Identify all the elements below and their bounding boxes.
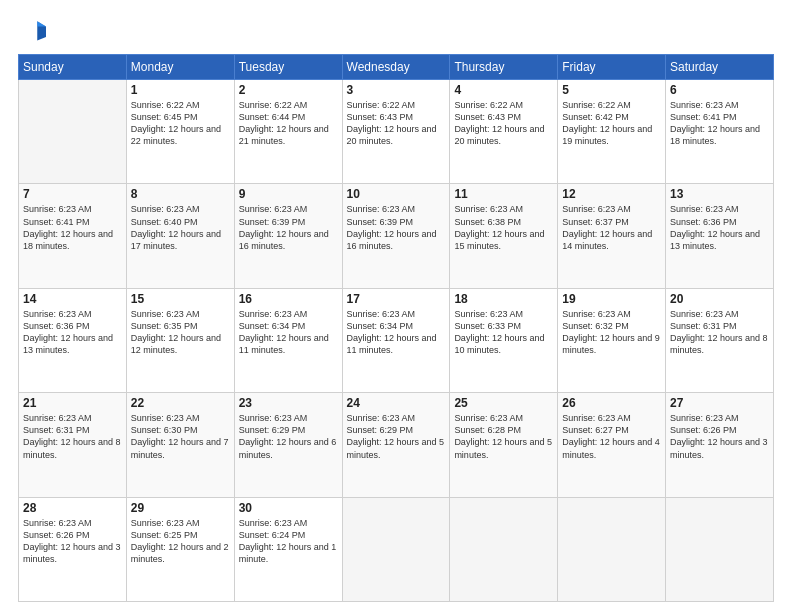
day-number: 26	[562, 396, 661, 410]
day-info: Sunrise: 6:23 AMSunset: 6:37 PMDaylight:…	[562, 203, 661, 252]
svg-marker-1	[37, 21, 46, 26]
day-number: 20	[670, 292, 769, 306]
day-info: Sunrise: 6:23 AMSunset: 6:35 PMDaylight:…	[131, 308, 230, 357]
calendar-day-header: Saturday	[666, 55, 774, 80]
day-number: 30	[239, 501, 338, 515]
calendar-cell: 19Sunrise: 6:23 AMSunset: 6:32 PMDayligh…	[558, 288, 666, 392]
calendar-cell: 27Sunrise: 6:23 AMSunset: 6:26 PMDayligh…	[666, 393, 774, 497]
calendar-cell: 23Sunrise: 6:23 AMSunset: 6:29 PMDayligh…	[234, 393, 342, 497]
logo	[18, 16, 50, 44]
calendar-week-row: 14Sunrise: 6:23 AMSunset: 6:36 PMDayligh…	[19, 288, 774, 392]
day-info: Sunrise: 6:23 AMSunset: 6:29 PMDaylight:…	[347, 412, 446, 461]
day-number: 17	[347, 292, 446, 306]
calendar-week-row: 7Sunrise: 6:23 AMSunset: 6:41 PMDaylight…	[19, 184, 774, 288]
calendar-cell: 24Sunrise: 6:23 AMSunset: 6:29 PMDayligh…	[342, 393, 450, 497]
day-number: 18	[454, 292, 553, 306]
calendar-day-header: Wednesday	[342, 55, 450, 80]
day-info: Sunrise: 6:22 AMSunset: 6:42 PMDaylight:…	[562, 99, 661, 148]
day-info: Sunrise: 6:23 AMSunset: 6:31 PMDaylight:…	[23, 412, 122, 461]
day-number: 5	[562, 83, 661, 97]
day-number: 25	[454, 396, 553, 410]
day-number: 12	[562, 187, 661, 201]
day-info: Sunrise: 6:23 AMSunset: 6:31 PMDaylight:…	[670, 308, 769, 357]
day-number: 27	[670, 396, 769, 410]
day-number: 1	[131, 83, 230, 97]
calendar-cell: 9Sunrise: 6:23 AMSunset: 6:39 PMDaylight…	[234, 184, 342, 288]
day-info: Sunrise: 6:23 AMSunset: 6:29 PMDaylight:…	[239, 412, 338, 461]
day-number: 4	[454, 83, 553, 97]
day-info: Sunrise: 6:23 AMSunset: 6:30 PMDaylight:…	[131, 412, 230, 461]
day-info: Sunrise: 6:22 AMSunset: 6:43 PMDaylight:…	[454, 99, 553, 148]
day-number: 21	[23, 396, 122, 410]
calendar-day-header: Sunday	[19, 55, 127, 80]
calendar-cell: 4Sunrise: 6:22 AMSunset: 6:43 PMDaylight…	[450, 80, 558, 184]
calendar-cell: 15Sunrise: 6:23 AMSunset: 6:35 PMDayligh…	[126, 288, 234, 392]
day-number: 24	[347, 396, 446, 410]
calendar-week-row: 28Sunrise: 6:23 AMSunset: 6:26 PMDayligh…	[19, 497, 774, 601]
day-info: Sunrise: 6:23 AMSunset: 6:40 PMDaylight:…	[131, 203, 230, 252]
calendar-cell: 30Sunrise: 6:23 AMSunset: 6:24 PMDayligh…	[234, 497, 342, 601]
calendar-cell: 26Sunrise: 6:23 AMSunset: 6:27 PMDayligh…	[558, 393, 666, 497]
calendar-cell: 10Sunrise: 6:23 AMSunset: 6:39 PMDayligh…	[342, 184, 450, 288]
day-info: Sunrise: 6:23 AMSunset: 6:41 PMDaylight:…	[670, 99, 769, 148]
day-number: 9	[239, 187, 338, 201]
day-number: 14	[23, 292, 122, 306]
calendar-cell: 8Sunrise: 6:23 AMSunset: 6:40 PMDaylight…	[126, 184, 234, 288]
calendar-day-header: Monday	[126, 55, 234, 80]
day-info: Sunrise: 6:23 AMSunset: 6:34 PMDaylight:…	[239, 308, 338, 357]
day-info: Sunrise: 6:23 AMSunset: 6:28 PMDaylight:…	[454, 412, 553, 461]
calendar-week-row: 21Sunrise: 6:23 AMSunset: 6:31 PMDayligh…	[19, 393, 774, 497]
calendar-cell: 2Sunrise: 6:22 AMSunset: 6:44 PMDaylight…	[234, 80, 342, 184]
calendar-cell	[450, 497, 558, 601]
calendar-cell: 7Sunrise: 6:23 AMSunset: 6:41 PMDaylight…	[19, 184, 127, 288]
day-number: 6	[670, 83, 769, 97]
day-number: 10	[347, 187, 446, 201]
day-number: 23	[239, 396, 338, 410]
calendar-cell: 11Sunrise: 6:23 AMSunset: 6:38 PMDayligh…	[450, 184, 558, 288]
day-info: Sunrise: 6:23 AMSunset: 6:26 PMDaylight:…	[23, 517, 122, 566]
calendar-cell: 28Sunrise: 6:23 AMSunset: 6:26 PMDayligh…	[19, 497, 127, 601]
day-number: 28	[23, 501, 122, 515]
calendar-cell: 14Sunrise: 6:23 AMSunset: 6:36 PMDayligh…	[19, 288, 127, 392]
calendar-cell	[558, 497, 666, 601]
page: SundayMondayTuesdayWednesdayThursdayFrid…	[0, 0, 792, 612]
calendar-cell	[19, 80, 127, 184]
day-info: Sunrise: 6:23 AMSunset: 6:27 PMDaylight:…	[562, 412, 661, 461]
day-number: 15	[131, 292, 230, 306]
day-number: 3	[347, 83, 446, 97]
day-info: Sunrise: 6:22 AMSunset: 6:45 PMDaylight:…	[131, 99, 230, 148]
day-info: Sunrise: 6:23 AMSunset: 6:36 PMDaylight:…	[670, 203, 769, 252]
day-info: Sunrise: 6:23 AMSunset: 6:39 PMDaylight:…	[347, 203, 446, 252]
logo-icon	[18, 16, 46, 44]
day-number: 29	[131, 501, 230, 515]
day-number: 2	[239, 83, 338, 97]
calendar-cell	[666, 497, 774, 601]
calendar-cell: 18Sunrise: 6:23 AMSunset: 6:33 PMDayligh…	[450, 288, 558, 392]
day-number: 11	[454, 187, 553, 201]
day-info: Sunrise: 6:23 AMSunset: 6:39 PMDaylight:…	[239, 203, 338, 252]
day-info: Sunrise: 6:23 AMSunset: 6:38 PMDaylight:…	[454, 203, 553, 252]
calendar-day-header: Friday	[558, 55, 666, 80]
calendar-cell: 1Sunrise: 6:22 AMSunset: 6:45 PMDaylight…	[126, 80, 234, 184]
day-info: Sunrise: 6:23 AMSunset: 6:24 PMDaylight:…	[239, 517, 338, 566]
day-number: 16	[239, 292, 338, 306]
day-number: 7	[23, 187, 122, 201]
calendar-cell: 16Sunrise: 6:23 AMSunset: 6:34 PMDayligh…	[234, 288, 342, 392]
calendar-cell: 6Sunrise: 6:23 AMSunset: 6:41 PMDaylight…	[666, 80, 774, 184]
calendar-table: SundayMondayTuesdayWednesdayThursdayFrid…	[18, 54, 774, 602]
day-info: Sunrise: 6:23 AMSunset: 6:34 PMDaylight:…	[347, 308, 446, 357]
day-number: 19	[562, 292, 661, 306]
day-info: Sunrise: 6:23 AMSunset: 6:32 PMDaylight:…	[562, 308, 661, 357]
calendar-cell: 12Sunrise: 6:23 AMSunset: 6:37 PMDayligh…	[558, 184, 666, 288]
calendar-cell: 21Sunrise: 6:23 AMSunset: 6:31 PMDayligh…	[19, 393, 127, 497]
calendar-cell	[342, 497, 450, 601]
day-info: Sunrise: 6:23 AMSunset: 6:26 PMDaylight:…	[670, 412, 769, 461]
day-info: Sunrise: 6:23 AMSunset: 6:41 PMDaylight:…	[23, 203, 122, 252]
calendar-cell: 29Sunrise: 6:23 AMSunset: 6:25 PMDayligh…	[126, 497, 234, 601]
header	[18, 16, 774, 44]
day-info: Sunrise: 6:23 AMSunset: 6:36 PMDaylight:…	[23, 308, 122, 357]
day-number: 22	[131, 396, 230, 410]
calendar-cell: 25Sunrise: 6:23 AMSunset: 6:28 PMDayligh…	[450, 393, 558, 497]
calendar-cell: 20Sunrise: 6:23 AMSunset: 6:31 PMDayligh…	[666, 288, 774, 392]
day-info: Sunrise: 6:23 AMSunset: 6:33 PMDaylight:…	[454, 308, 553, 357]
